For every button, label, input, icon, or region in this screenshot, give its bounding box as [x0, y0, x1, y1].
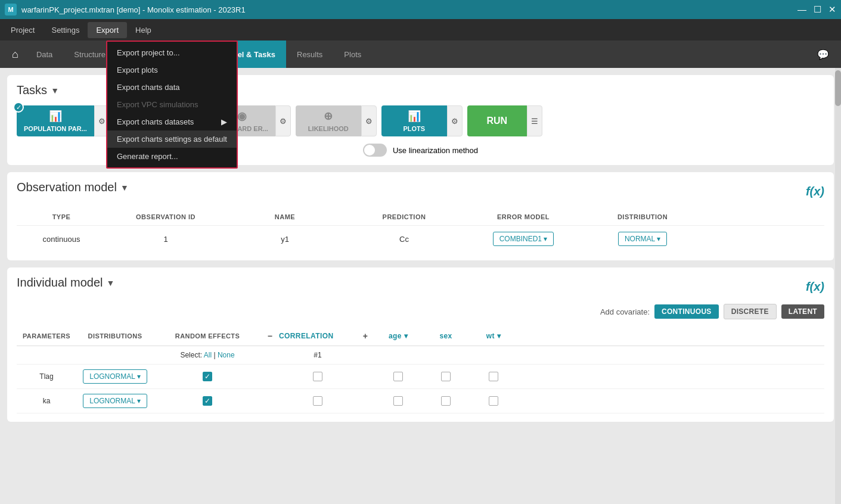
home-button[interactable]: ⌂ — [5, 43, 26, 66]
obs-col-error: ERROR MODEL — [464, 213, 583, 220]
ind-col-age[interactable]: age ▾ — [374, 332, 422, 340]
tab-data[interactable]: Data — [26, 41, 63, 68]
std-er-icon: ◉ — [237, 110, 247, 123]
ind-arrow-icon[interactable]: ▼ — [107, 278, 115, 288]
ind-header: Individual model ▼ f(x) — [17, 276, 824, 298]
likelihood-icon: ⊕ — [324, 110, 333, 123]
error-model-select[interactable]: COMBINED1 ▾ — [493, 232, 554, 246]
minimize-button[interactable]: — — [797, 4, 806, 15]
ka-param: ka — [17, 397, 76, 405]
ind-fx-icon[interactable]: f(x) — [806, 280, 824, 294]
likelihood-settings[interactable]: ⚙ — [361, 105, 377, 136]
run-button[interactable]: RUN — [467, 105, 527, 136]
obs-type-cell: continuous — [17, 235, 106, 244]
correlation-header: CORRELATION — [279, 332, 356, 340]
export-charts-datasets[interactable]: Export charts datasets ▶ — [107, 113, 237, 130]
pop-par-check: ✓ — [13, 102, 24, 113]
menu-settings[interactable]: Settings — [43, 22, 88, 38]
export-project-to[interactable]: Export project to... — [107, 44, 237, 61]
menu-project[interactable]: Project — [2, 22, 43, 38]
ka-random-effect-checkbox[interactable]: ✓ — [203, 396, 212, 406]
select-all-link[interactable]: All — [204, 351, 212, 359]
plots-settings[interactable]: ⚙ — [447, 105, 463, 136]
obs-header: Observation model ▼ f(x) — [17, 181, 824, 203]
tlag-corr-checkbox[interactable] — [313, 372, 322, 381]
generate-report[interactable]: Generate report... — [107, 148, 237, 165]
pop-par-button[interactable]: 📊 POPULATION PAR... — [17, 105, 94, 136]
ind-col-plus[interactable]: + — [356, 331, 374, 341]
likelihood-button[interactable]: ⊕ LIKELIHOOD — [296, 105, 361, 136]
tasks-arrow-icon[interactable]: ▼ — [51, 86, 59, 95]
app-icon: M — [5, 4, 17, 15]
menu-help[interactable]: Help — [127, 22, 160, 38]
observation-model-section: Observation model ▼ f(x) TYPE OBSERVATIO… — [7, 172, 834, 260]
ka-dist-select[interactable]: LOGNORMAL ▾ — [83, 394, 147, 408]
tlag-random-effect-checkbox[interactable]: ✓ — [203, 372, 212, 381]
maximize-button[interactable]: ☐ — [814, 4, 821, 15]
tab-results[interactable]: Results — [286, 41, 333, 68]
distribution-select[interactable]: NORMAL ▾ — [618, 232, 667, 246]
tlag-dist-select[interactable]: LOGNORMAL ▾ — [83, 369, 147, 384]
obs-title: Observation model — [17, 181, 117, 194]
tlag-param: Tlag — [17, 372, 76, 381]
obs-col-name: NAME — [225, 213, 345, 220]
select-label: Select: — [180, 351, 202, 359]
likelihood-label: LIKELIHOOD — [308, 125, 349, 132]
close-button[interactable]: ✕ — [828, 4, 836, 15]
tlag-sex-checkbox[interactable] — [441, 372, 451, 381]
ind-col-distributions: DISTRIBUTIONS — [76, 332, 154, 340]
ind-select-row: Select: All | None #1 — [17, 346, 824, 365]
ind-col-correlation: CORRELATION — [279, 332, 356, 340]
ind-col-random-effects: RANDOM EFFECTS — [154, 332, 261, 340]
comment-icon[interactable]: 💬 — [810, 44, 836, 65]
obs-obsid-cell: 1 — [106, 235, 225, 244]
pop-par-group: ✓ 📊 POPULATION PAR... ⚙ — [17, 105, 110, 136]
tlag-wt-checkbox[interactable] — [489, 372, 498, 381]
plots-button[interactable]: 📊 PLOTS — [381, 105, 447, 136]
obs-fx-icon[interactable]: f(x) — [806, 185, 824, 198]
export-dropdown-menu: Export project to... Export plots Export… — [106, 41, 238, 169]
linearization-toggle[interactable] — [363, 144, 387, 157]
obs-col-dist: DISTRIBUTION — [583, 213, 702, 220]
obs-arrow-icon[interactable]: ▼ — [120, 183, 129, 192]
obs-name-cell: y1 — [225, 235, 345, 244]
std-er-settings[interactable]: ⚙ — [275, 105, 291, 136]
ind-col-sex[interactable]: sex — [422, 332, 470, 340]
export-plots[interactable]: Export plots — [107, 61, 237, 79]
correlation-hash: #1 — [279, 351, 356, 359]
obs-dist-cell[interactable]: NORMAL ▾ — [583, 232, 702, 246]
obs-error-cell[interactable]: COMBINED1 ▾ — [464, 232, 583, 246]
plots-group: 📊 PLOTS ⚙ — [381, 105, 463, 136]
ind-col-minus[interactable]: − — [261, 331, 279, 341]
latent-covariate-button[interactable]: LATENT — [781, 304, 824, 319]
menu-export[interactable]: Export — [88, 22, 127, 38]
obs-table-header: TYPE OBSERVATION ID NAME PREDICTION ERRO… — [17, 209, 824, 226]
pop-par-label: POPULATION PAR... — [24, 125, 87, 132]
scrollbar-thumb[interactable] — [835, 70, 841, 106]
covariate-row: Add covariate: CONTINUOUS DISCRETE LATEN… — [17, 304, 824, 319]
ind-col-wt[interactable]: wt ▾ — [470, 332, 517, 340]
continuous-covariate-button[interactable]: CONTINUOUS — [654, 304, 719, 319]
select-none-link[interactable]: None — [218, 351, 235, 359]
export-charts-data[interactable]: Export charts data — [107, 79, 237, 96]
tab-plots[interactable]: Plots — [333, 41, 372, 68]
obs-col-type: TYPE — [17, 213, 106, 220]
export-charts-settings-default[interactable]: Export charts settings as default — [107, 130, 237, 148]
discrete-covariate-button[interactable]: DISCRETE — [724, 304, 777, 319]
ka-corr-checkbox[interactable] — [313, 396, 322, 406]
scrollbar[interactable] — [835, 68, 841, 504]
ka-age-checkbox[interactable] — [393, 396, 403, 406]
ka-sex-checkbox[interactable] — [441, 396, 451, 406]
ind-tlag-row: Tlag LOGNORMAL ▾ ✓ — [17, 365, 824, 389]
obs-col-prediction: PREDICTION — [345, 213, 464, 220]
likelihood-group: ⊕ LIKELIHOOD ⚙ — [296, 105, 377, 136]
add-covariate-label: Add covariate: — [600, 307, 650, 316]
window-title: warfarinPK_project.mlxtran [demo] - Mono… — [21, 5, 246, 14]
linearization-label: Use linearization method — [393, 146, 478, 155]
tlag-age-checkbox[interactable] — [393, 372, 403, 381]
run-settings[interactable]: ☰ — [527, 105, 542, 136]
ind-col-parameters: PARAMETERS — [17, 332, 76, 340]
pop-par-icon: 📊 — [49, 110, 62, 123]
ka-wt-checkbox[interactable] — [489, 396, 498, 406]
plots-label: PLOTS — [403, 125, 425, 132]
